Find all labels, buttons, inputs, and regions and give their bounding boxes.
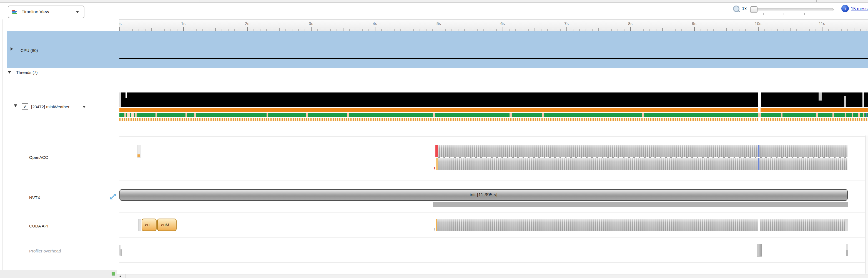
cuda-api-call-chip[interactable]: cuM... (157, 219, 177, 231)
expander-expanded-icon[interactable] (14, 104, 17, 107)
ruler-tick (694, 27, 695, 31)
thread-state-gap (844, 96, 846, 107)
cuda-api-call-label: cu... (145, 222, 153, 227)
cuda-api-start-event[interactable] (436, 219, 437, 231)
ruler-tick (598, 28, 599, 31)
chevron-down-icon (76, 11, 79, 13)
cuda-api-small-event[interactable] (138, 219, 141, 231)
horizontal-scrollbar[interactable] (117, 274, 868, 278)
row-separator (119, 181, 865, 181)
green-bar-gap (509, 113, 512, 117)
expander-expanded-icon[interactable] (8, 71, 11, 73)
green-bar-gap (347, 113, 349, 117)
green-bar-gap (833, 113, 834, 117)
ruler-tick (471, 28, 471, 31)
green-bar-gap (781, 113, 782, 117)
ruler-tick (790, 28, 790, 31)
vertical-scrollbar[interactable] (865, 135, 868, 274)
openacc-row2-events[interactable] (436, 158, 847, 170)
zoom-slider-tick (804, 13, 805, 15)
header-divider (816, 0, 817, 2)
view-selector-label: Timeline View (22, 9, 49, 14)
window-top-strip (0, 0, 868, 2)
openacc-row2-small-event[interactable] (434, 167, 435, 169)
ruler-tick (311, 27, 312, 31)
thread-cuda-summary-bar[interactable] (119, 113, 868, 117)
thread-state-gap (863, 92, 864, 107)
zoom-slider-tick (783, 13, 784, 15)
profiler-overhead-event[interactable] (121, 249, 122, 256)
ruler-label: 3s (309, 21, 313, 26)
scroll-left-arrow-icon[interactable] (119, 275, 121, 277)
ruler-tick (503, 27, 503, 31)
ruler-tick (439, 27, 439, 31)
profiler-overhead-event[interactable] (757, 244, 762, 257)
expand-row-icon[interactable] (110, 193, 117, 200)
thread-state-gap (818, 92, 822, 100)
expander-collapsed-icon[interactable] (10, 47, 13, 51)
green-bar-gap (185, 113, 187, 117)
ruler-tick (726, 28, 727, 31)
sidebar-row-nvtx: NVTX (29, 195, 40, 200)
green-bar-gap (542, 113, 544, 117)
ruler-label: 4s (373, 21, 377, 26)
view-selector-dropdown[interactable]: Timeline View (8, 5, 85, 18)
zoom-slider-tick (763, 13, 764, 15)
thread-state-bar[interactable] (119, 92, 868, 107)
cuda-api-call-chip[interactable]: cu... (142, 219, 157, 231)
cpu-row-band[interactable] (7, 31, 868, 68)
cuda-api-events-bar[interactable] (436, 219, 847, 231)
scrollbar-divider (125, 274, 126, 278)
openacc-row1-events[interactable] (435, 145, 847, 157)
nvtx-init-range-bar[interactable]: init [11.395 s] (119, 189, 848, 201)
ruler-tick (758, 27, 758, 31)
sidebar-row-openacc: OpenACC (29, 155, 48, 160)
timeline-view-icon (12, 9, 18, 15)
thread-openacc-summary-bar[interactable] (119, 108, 868, 112)
green-bar-gap (863, 113, 864, 117)
sidebar-row-thread-23472: [23472] miniWeather (31, 104, 69, 109)
status-green-indicator (112, 272, 115, 276)
openacc-row2-start-event[interactable] (436, 158, 438, 170)
messages-link[interactable]: 15 messag (851, 6, 868, 11)
info-icon[interactable]: i (841, 5, 849, 12)
sidebar-row-profiler-overhead: Profiler overhead (29, 249, 61, 253)
nvtx-sub-range-bar[interactable] (433, 202, 848, 207)
ruler-label: 7s (564, 21, 569, 26)
green-bar-gap (127, 113, 130, 117)
thread-api-dash-strip[interactable] (119, 118, 868, 121)
zoom-slider[interactable] (750, 8, 834, 11)
profiler-overhead-event[interactable] (846, 250, 848, 256)
thread-state-gap (119, 92, 121, 107)
cuda-api-small-event[interactable] (434, 228, 435, 230)
timeline-ruler[interactable]: 0s1s2s3s4s5s6s7s8s9s10s11s (119, 20, 868, 31)
openacc-row1-start-event[interactable] (435, 145, 438, 157)
zoom-slider-thumb[interactable] (750, 6, 757, 13)
green-bar-gap (131, 113, 134, 117)
ruler-tick (822, 27, 823, 31)
thread-options-caret[interactable] (83, 106, 86, 108)
green-bar-gap (306, 113, 308, 117)
green-bar-gap (267, 113, 268, 117)
green-bar-gap (642, 113, 644, 117)
ruler-tick (279, 28, 280, 31)
row-separator (119, 262, 865, 263)
thread-state-gap (125, 92, 127, 98)
timeline-cursor-line (758, 145, 760, 157)
sidebar-row-threads: Threads (7) (16, 70, 38, 75)
row-separator (119, 212, 865, 213)
sidebar-row-cuda-api: CUDA API (29, 223, 48, 228)
thread-checkbox[interactable]: ✔ (22, 103, 28, 110)
cuda-api-end-event[interactable] (845, 219, 848, 231)
timeline-cursor-line (758, 158, 760, 170)
openacc-early-event-mark (137, 154, 140, 157)
pane-divider[interactable] (119, 20, 119, 274)
green-bar-gap (433, 113, 435, 117)
green-bar-gap (816, 113, 818, 117)
ruler-tick (662, 28, 663, 31)
thread-state-gap (758, 92, 761, 107)
ruler-tick (630, 27, 631, 31)
profiler-window: Timeline View 1x i 15 messag 0s1s2s3s4s5… (0, 0, 868, 278)
zoom-slider-tick (825, 13, 825, 15)
ruler-label: 9s (692, 21, 696, 26)
